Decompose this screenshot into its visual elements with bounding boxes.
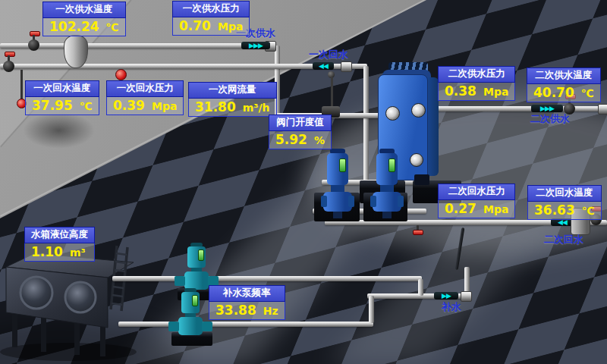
pipe-label-secondary-supply: 二次供水 — [530, 112, 570, 126]
panel-unit: ℃ — [581, 87, 594, 99]
pump-volute — [184, 271, 209, 290]
pump-flange-left — [321, 196, 327, 207]
pipe-label-secondary-return: 二次回水 — [544, 233, 583, 246]
panel-title: 补水泵频率 — [209, 285, 285, 302]
filter-vessel — [64, 35, 88, 68]
panel-value: 0.70 — [179, 18, 211, 33]
pump-neck — [331, 185, 344, 192]
panel-unit: m³ — [70, 246, 86, 259]
panel-primary-flow[interactable]: 一次网流量 31.80m³/h — [188, 82, 277, 117]
pressure-gauge-icon — [115, 69, 127, 80]
pump-volute — [178, 317, 203, 335]
pump-flange-left — [175, 276, 185, 286]
flange-primary-return — [341, 61, 352, 72]
pump-run-indicator — [198, 249, 204, 261]
panel-secondary-supply-temp[interactable]: 二次供水温度 40.70℃ — [527, 67, 601, 102]
panel-value: 5.92 — [275, 132, 307, 147]
hx-port-bottom-right — [410, 153, 423, 167]
panel-primary-return-pressure[interactable]: 一次回水压力 0.39Mpa — [106, 80, 184, 115]
panel-title: 阀门开度值 — [269, 115, 332, 131]
makeup-pump-2[interactable] — [168, 288, 212, 337]
pump-flange-right — [398, 196, 404, 207]
panel-unit: m³/h — [243, 102, 270, 114]
panel-value: 102.24 — [49, 19, 99, 34]
tank-cover-left — [20, 277, 52, 309]
panel-unit: Hz — [263, 305, 278, 317]
pipe-secondary-supply — [422, 106, 607, 111]
panel-title: 二次供水压力 — [438, 66, 515, 83]
flow-arrows-right-icon: ▶▶ — [434, 292, 458, 300]
pump-flange-right — [202, 322, 212, 331]
circulation-pump-2[interactable] — [370, 149, 404, 218]
pipe-primary-return-riser — [363, 66, 369, 182]
pump-flange-left — [370, 196, 376, 207]
hx-foot-right — [414, 174, 429, 185]
panel-unit: Mpa — [483, 203, 508, 215]
panel-value: 33.88 — [215, 303, 256, 318]
pump-neck — [380, 185, 394, 192]
flange-secondary-supply — [598, 104, 607, 115]
panel-unit: Mpa — [483, 86, 508, 98]
control-valve-stem — [331, 77, 333, 108]
tank-cover-right — [65, 282, 96, 312]
panel-unit: Mpa — [218, 20, 243, 33]
wall-shadow — [23, 112, 95, 149]
panel-title: 二次回水压力 — [438, 184, 515, 200]
pump-stub — [382, 212, 392, 218]
panel-tank-level[interactable]: 水箱液位高度 1.10m³ — [24, 227, 95, 262]
valve-primary-supply-handle-icon — [30, 31, 40, 36]
panel-makeup-pump-freq[interactable]: 补水泵频率 33.88Hz — [209, 285, 285, 320]
panel-primary-supply-pressure[interactable]: 一次供水压力 0.70Mpa — [172, 1, 250, 36]
flow-arrows-left-icon: ◀◀ — [313, 62, 334, 70]
panel-title: 水箱液位高度 — [24, 227, 95, 243]
valve-primary-return — [3, 61, 14, 72]
panel-title: 二次供水温度 — [527, 67, 601, 84]
panel-value: 0.27 — [445, 201, 476, 216]
small-valve-handle-icon — [413, 230, 423, 235]
flange-makeup — [461, 291, 472, 302]
panel-secondary-supply-pressure[interactable]: 二次供水压力 0.38Mpa — [438, 66, 515, 101]
panel-secondary-return-pressure[interactable]: 二次回水压力 0.27Mpa — [438, 184, 515, 218]
panel-valve-opening[interactable]: 阀门开度值 5.92% — [269, 115, 332, 149]
panel-title: 一次供水压力 — [172, 1, 250, 17]
panel-unit: ℃ — [80, 100, 93, 112]
panel-value: 40.70 — [533, 85, 574, 100]
makeup-pump-1[interactable] — [175, 243, 219, 291]
panel-title: 一次网流量 — [188, 82, 277, 99]
panel-title: 一次回水温度 — [25, 80, 99, 97]
hx-port-top-left — [385, 106, 400, 121]
pipe-label-makeup: 补水 — [442, 300, 461, 314]
panel-value: 36.63 — [534, 202, 575, 218]
panel-value: 0.39 — [113, 98, 145, 113]
panel-title: 一次供水温度 — [42, 2, 126, 18]
panel-primary-return-temp[interactable]: 一次回水温度 37.95℃ — [25, 80, 99, 115]
panel-unit: % — [314, 134, 325, 146]
panel-value: 37.95 — [32, 98, 73, 113]
flow-arrows-right-icon: ▶▶▶ — [531, 105, 563, 112]
pump-run-indicator — [339, 158, 346, 172]
pipe-tank-upper-riser — [418, 279, 423, 296]
panel-primary-supply-temp[interactable]: 一次供水温度 102.24℃ — [42, 2, 126, 36]
valve-primary-supply — [28, 39, 39, 51]
drain-stem — [20, 70, 23, 100]
control-valve[interactable] — [322, 71, 341, 118]
panel-title: 二次回水温度 — [527, 185, 602, 202]
panel-secondary-return-temp[interactable]: 二次回水温度 36.63℃ — [527, 185, 602, 220]
panel-value: 1.10 — [31, 244, 63, 259]
pipe-label-primary-return: 一次回水 — [309, 48, 348, 61]
panel-unit: ℃ — [582, 205, 595, 217]
pipe-primary-supply — [0, 43, 273, 49]
pump-flange-right — [348, 196, 354, 207]
panel-unit: Mpa — [152, 100, 177, 112]
hmi-heat-exchange-station: ▶▶▶ ◀◀ ▶▶▶ ◀◀ ▶▶ 一次供水 一次回水 二次供水 二次回水 补水 … — [0, 0, 607, 364]
pump-run-indicator — [192, 295, 198, 306]
panel-value: 0.38 — [445, 83, 476, 99]
panel-value: 31.80 — [195, 99, 236, 115]
panel-title: 一次回水压力 — [106, 80, 184, 97]
pump-flange-left — [168, 322, 179, 331]
valve-primary-return-handle-icon — [5, 52, 15, 57]
circulation-pump-1[interactable] — [321, 149, 354, 218]
pump-stub — [333, 212, 342, 218]
panel-unit: ℃ — [106, 21, 119, 33]
hx-port-top-right — [411, 103, 426, 118]
